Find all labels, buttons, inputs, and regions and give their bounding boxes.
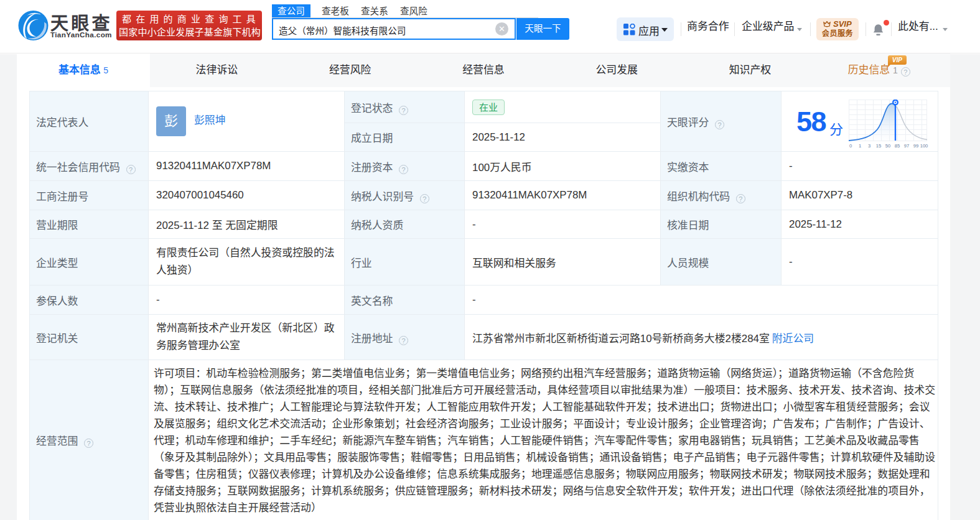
svg-text:15: 15 <box>876 143 881 149</box>
svg-text:3: 3 <box>868 143 870 149</box>
svg-text:100: 100 <box>920 143 928 149</box>
svg-text:50: 50 <box>885 143 890 149</box>
svg-text:97: 97 <box>904 143 909 149</box>
svg-text:99: 99 <box>913 143 918 149</box>
svg-text:1: 1 <box>859 143 861 149</box>
svg-text:0: 0 <box>849 143 852 149</box>
svg-text:85: 85 <box>895 143 900 149</box>
